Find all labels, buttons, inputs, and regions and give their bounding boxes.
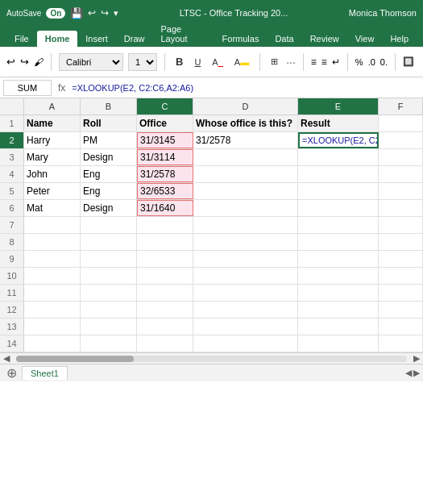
cell-a13[interactable] (24, 319, 81, 335)
tab-review[interactable]: Review (302, 31, 347, 47)
align-center-icon[interactable]: ≡ (321, 56, 327, 68)
cell-b12[interactable] (81, 302, 137, 318)
cell-c10[interactable] (137, 268, 193, 284)
cell-e2[interactable]: =XLOOKUP(E2, C2:C6,A2... (298, 132, 379, 148)
cell-f10[interactable] (379, 268, 423, 284)
col-header-a[interactable]: A (24, 98, 81, 115)
wrap-text-icon[interactable]: ↵ (332, 56, 340, 68)
tab-data[interactable]: Data (267, 31, 301, 47)
cell-b6[interactable]: Design (81, 200, 137, 216)
cell-d4[interactable] (193, 166, 298, 182)
customize-icon[interactable]: ▾ (114, 8, 118, 19)
cell-e12[interactable] (298, 302, 379, 318)
cell-a5[interactable]: Peter (24, 183, 81, 199)
col-header-c[interactable]: C (137, 98, 193, 115)
scroll-left-arrow[interactable]: ◀ (0, 353, 13, 364)
borders-button[interactable]: ⊞ (267, 55, 281, 69)
cell-e14[interactable] (298, 335, 379, 352)
tab-draw[interactable]: Draw (116, 31, 153, 47)
font-size-select[interactable]: 11 (128, 53, 157, 71)
cell-b4[interactable]: Eng (81, 166, 137, 182)
cell-c6[interactable]: 31/1640 (137, 200, 193, 216)
undo-icon[interactable]: ↩ (88, 7, 96, 19)
cell-e3[interactable] (298, 149, 379, 165)
formula-input[interactable]: =XLOOKUP(E2, C2:C6,A2:A6) (72, 83, 420, 93)
cell-d5[interactable] (193, 183, 298, 199)
font-color-button[interactable]: A_ (209, 56, 226, 69)
cell-e13[interactable] (298, 319, 379, 335)
cell-f14[interactable] (379, 335, 423, 352)
cell-d12[interactable] (193, 302, 298, 318)
cell-b1[interactable]: Roll (81, 115, 137, 131)
cell-f13[interactable] (379, 319, 423, 335)
align-left-icon[interactable]: ≡ (311, 56, 317, 68)
cell-b13[interactable] (81, 319, 137, 335)
col-header-f[interactable]: F (379, 98, 423, 115)
cell-a11[interactable] (24, 285, 81, 301)
col-header-b[interactable]: B (81, 98, 137, 115)
more-button[interactable]: ··· (286, 56, 296, 69)
tab-home[interactable]: Home (37, 31, 78, 47)
tab-insert[interactable]: Insert (77, 31, 116, 47)
underline-button[interactable]: U (191, 56, 204, 69)
autosave-toggle[interactable]: On (46, 8, 65, 19)
cell-c8[interactable] (137, 234, 193, 250)
cell-a8[interactable] (24, 234, 81, 250)
cell-a4[interactable]: John (24, 166, 81, 182)
cell-a14[interactable] (24, 335, 81, 352)
cell-f12[interactable] (379, 302, 423, 318)
redo-toolbar-icon[interactable]: ↪ (20, 56, 29, 68)
cell-a1[interactable]: Name (24, 115, 81, 131)
save-icon[interactable]: 💾 (70, 7, 83, 19)
cell-d7[interactable] (193, 217, 298, 233)
cell-f5[interactable] (379, 183, 423, 199)
cell-a6[interactable]: Mat (24, 200, 81, 216)
cell-b11[interactable] (81, 285, 137, 301)
cell-a3[interactable]: Mary (24, 149, 81, 165)
cell-c7[interactable] (137, 217, 193, 233)
cell-d1[interactable]: Whose office is this? (193, 115, 298, 131)
cell-b9[interactable] (81, 251, 137, 267)
cell-b5[interactable]: Eng (81, 183, 137, 199)
cell-c11[interactable] (137, 285, 193, 301)
undo-toolbar-icon[interactable]: ↩ (6, 56, 15, 68)
cell-f11[interactable] (379, 285, 423, 301)
cell-b2[interactable]: PM (81, 132, 137, 148)
cell-c5[interactable]: 32/6533 (137, 183, 193, 199)
add-sheet-button[interactable]: ⊕ (3, 365, 20, 381)
cell-d6[interactable] (193, 200, 298, 216)
tab-scroll-right[interactable]: ▶ (413, 368, 420, 378)
redo-icon[interactable]: ↪ (101, 7, 109, 19)
cell-e1[interactable]: Result (298, 115, 379, 131)
cell-e7[interactable] (298, 217, 379, 233)
font-name-select[interactable]: Calibri (59, 53, 123, 71)
conditional-format-icon[interactable]: 🔲 (403, 56, 414, 67)
cell-b7[interactable] (81, 217, 137, 233)
cell-ref-box[interactable] (3, 80, 52, 96)
col-header-d[interactable]: D (193, 98, 298, 115)
cell-c2[interactable]: 31/3145 (137, 132, 193, 148)
cell-a10[interactable] (24, 268, 81, 284)
tab-view[interactable]: View (347, 31, 383, 47)
cell-d8[interactable] (193, 234, 298, 250)
cell-b8[interactable] (81, 234, 137, 250)
scroll-right-arrow[interactable]: ▶ (410, 353, 423, 364)
cell-c3[interactable]: 31/3114 (137, 149, 193, 165)
tab-help[interactable]: Help (382, 31, 417, 47)
cell-a2[interactable]: Harry (24, 132, 81, 148)
cell-b14[interactable] (81, 335, 137, 352)
decimal-down-icon[interactable]: 0. (380, 57, 388, 67)
sheet-tab-sheet1[interactable]: Sheet1 (22, 366, 68, 380)
cell-a7[interactable] (24, 217, 81, 233)
decimal-up-icon[interactable]: .0 (368, 57, 375, 67)
cell-b10[interactable] (81, 268, 137, 284)
fill-color-button[interactable]: A▬ (231, 56, 252, 69)
h-scrollbar[interactable]: ◀ ▶ (0, 352, 423, 364)
cell-b3[interactable]: Design (81, 149, 137, 165)
cell-c14[interactable] (137, 335, 193, 352)
cell-d9[interactable] (193, 251, 298, 267)
cell-e8[interactable] (298, 234, 379, 250)
cell-d2[interactable]: 31/2578 (193, 132, 298, 148)
cell-c9[interactable] (137, 251, 193, 267)
tab-formulas[interactable]: Formulas (214, 31, 267, 47)
